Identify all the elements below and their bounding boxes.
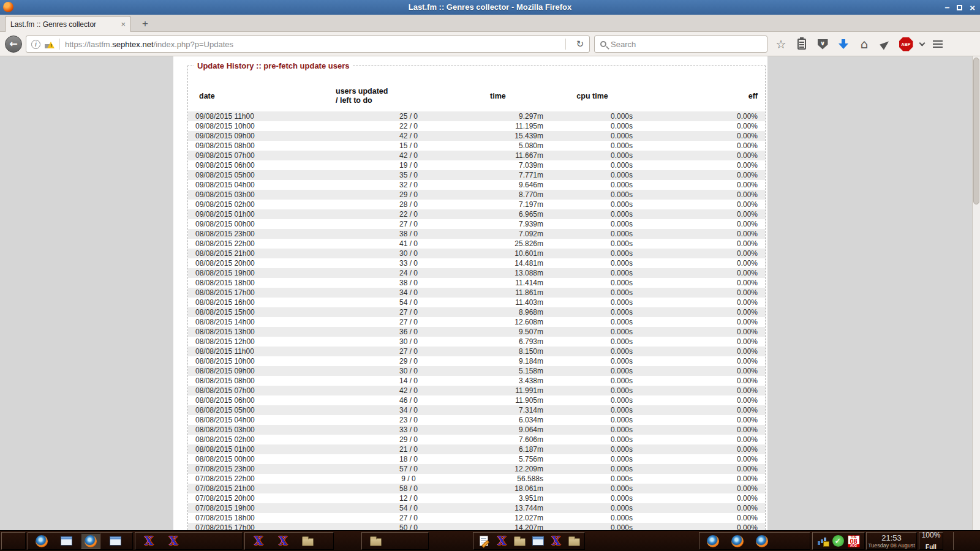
- taskbar-window-group: [699, 532, 810, 550]
- xterm-task-button[interactable]: X: [249, 533, 268, 549]
- star-icon: ☆: [775, 37, 786, 51]
- tab-close-icon[interactable]: ×: [121, 20, 126, 29]
- time-cell: 10.601m: [485, 249, 549, 258]
- downloads-button[interactable]: [833, 36, 854, 53]
- xterm-task-button[interactable]: X: [164, 533, 183, 549]
- table-row: 08/08/2015 12h0030 / 06.793m0.000s0.00%: [188, 337, 765, 347]
- table-row: 07/08/2015 18h0027 / 012.027m0.000s0.00%: [188, 513, 765, 523]
- users-cell: 34 / 0: [332, 288, 485, 298]
- close-button[interactable]: ×: [970, 2, 975, 13]
- time-cell: 7.039m: [485, 160, 549, 170]
- time-cell: 3.951m: [485, 493, 549, 503]
- table-row: 09/08/2015 00h0027 / 07.939m0.000s0.00%: [188, 219, 765, 229]
- firefox-task-button[interactable]: [752, 533, 772, 549]
- cpu-cell: 0.000s: [549, 200, 635, 209]
- battery-applet[interactable]: 100% Full: [919, 532, 943, 550]
- update-table-body: 09/08/2015 11h0025 / 09.297m0.000s0.00%0…: [188, 111, 765, 530]
- date-cell: 08/08/2015 05h00: [188, 405, 332, 415]
- folder-task-button[interactable]: [568, 533, 581, 549]
- page-info-icon[interactable]: i: [31, 40, 40, 49]
- date-cell: 08/08/2015 14h00: [188, 317, 332, 327]
- users-cell: 41 / 0: [332, 239, 485, 249]
- notepad-task-button[interactable]: [477, 533, 491, 549]
- table-row: 08/08/2015 16h0054 / 011.403m0.000s0.00%: [188, 298, 765, 307]
- home-button[interactable]: ⌂: [854, 36, 875, 53]
- cpu-cell: 0.000s: [549, 288, 635, 298]
- url-bar[interactable]: i ! https://lastfm.sephtex.net/index.php…: [26, 36, 590, 53]
- date-cell: 09/08/2015 11h00: [188, 111, 332, 121]
- folder-task-button[interactable]: [513, 533, 527, 549]
- cpu-cell: 0.000s: [549, 493, 635, 503]
- home-icon: ⌂: [861, 37, 869, 51]
- vertical-scrollbar[interactable]: [972, 56, 980, 530]
- users-cell: 23 / 0: [332, 415, 485, 425]
- reload-icon[interactable]: ↻: [571, 39, 589, 50]
- table-row: 08/08/2015 01h0021 / 06.187m0.000s0.00%: [188, 444, 765, 454]
- xterm-task-button[interactable]: X: [273, 533, 293, 549]
- xterm-icon: X: [169, 535, 178, 547]
- new-tab-button[interactable]: +: [137, 17, 153, 31]
- update-history-fieldset: Update History :: pre-fetch update users…: [187, 61, 766, 530]
- search-box[interactable]: [594, 36, 767, 53]
- calendar-icon[interactable]: TUE 08 AUG: [848, 535, 860, 547]
- xterm-task-button[interactable]: X: [549, 533, 563, 549]
- back-button[interactable]: ←: [5, 36, 22, 53]
- firefox-task-button[interactable]: [32, 533, 51, 549]
- time-cell: 7.939m: [485, 219, 549, 229]
- cpu-cell: 0.000s: [549, 229, 635, 239]
- firefox-task-button[interactable]: [81, 533, 100, 549]
- firefox-task-button[interactable]: [728, 533, 747, 549]
- column-header-time: time: [485, 81, 549, 111]
- firefox-task-button[interactable]: [703, 533, 723, 549]
- send-icon: [880, 39, 891, 50]
- time-cell: 15.439m: [485, 131, 549, 141]
- clock-applet[interactable]: 21:53 Tuesday 08 August: [866, 532, 917, 550]
- time-cell: 8.150m: [485, 347, 549, 356]
- eff-cell: 0.00%: [635, 131, 765, 141]
- search-input[interactable]: [611, 40, 752, 49]
- adblock-button[interactable]: ABP: [895, 36, 916, 53]
- adblock-dropdown[interactable]: [916, 36, 927, 53]
- maximize-button[interactable]: [957, 5, 962, 10]
- send-button[interactable]: [875, 36, 895, 53]
- mixed-content-warning-icon[interactable]: !: [45, 40, 55, 48]
- network-signal-icon[interactable]: [818, 536, 829, 546]
- minimize-button[interactable]: –: [944, 2, 949, 12]
- date-cell: 08/08/2015 17h00: [188, 288, 332, 298]
- window-task-button[interactable]: [532, 533, 545, 549]
- folder-icon: [302, 538, 314, 546]
- table-header-row: date users updated / left to do time cpu…: [188, 81, 765, 111]
- table-row: 08/08/2015 14h0027 / 012.608m0.000s0.00%: [188, 317, 765, 327]
- xterm-task-button[interactable]: X: [496, 533, 509, 549]
- taskbar-window-group: [28, 532, 133, 550]
- cpu-cell: 0.000s: [549, 111, 635, 121]
- window-task-button[interactable]: [56, 533, 76, 549]
- xterm-task-button[interactable]: X: [139, 533, 159, 549]
- table-row: 08/08/2015 10h0029 / 09.184m0.000s0.00%: [188, 356, 765, 366]
- eff-cell: 0.00%: [635, 219, 765, 229]
- tab-genres-collector[interactable]: Last.fm :: Genres collector ×: [5, 16, 131, 32]
- taskbar-window-group: XX: [473, 532, 585, 550]
- shield-check-icon[interactable]: ✓: [832, 535, 844, 547]
- table-row: 09/08/2015 11h0025 / 09.297m0.000s0.00%: [188, 111, 765, 121]
- window-task-button[interactable]: [105, 533, 125, 549]
- eff-cell: 0.00%: [635, 425, 765, 435]
- menu-button[interactable]: [927, 36, 948, 53]
- bookmark-star-button[interactable]: ☆: [771, 36, 791, 53]
- eff-cell: 0.00%: [635, 151, 765, 160]
- users-cell: 33 / 0: [332, 258, 485, 268]
- table-row: 07/08/2015 17h0050 / 014.207m0.000s0.00%: [188, 523, 765, 530]
- pocket-button[interactable]: ∨: [812, 36, 833, 53]
- users-cell: 29 / 0: [332, 356, 485, 366]
- scrollbar-thumb[interactable]: [973, 58, 979, 204]
- eff-cell: 0.00%: [635, 239, 765, 249]
- users-cell: 28 / 0: [332, 200, 485, 209]
- folder-task-button[interactable]: [366, 533, 385, 549]
- bookmarks-list-button[interactable]: [791, 36, 812, 53]
- date-cell: 08/08/2015 04h00: [188, 415, 332, 425]
- time-cell: 9.646m: [485, 180, 549, 190]
- users-cell: 30 / 0: [332, 366, 485, 376]
- folder-task-button[interactable]: [298, 533, 317, 549]
- cpu-cell: 0.000s: [549, 366, 635, 376]
- url-text: https://lastfm.sephtex.net/index.php?p=U…: [65, 40, 233, 49]
